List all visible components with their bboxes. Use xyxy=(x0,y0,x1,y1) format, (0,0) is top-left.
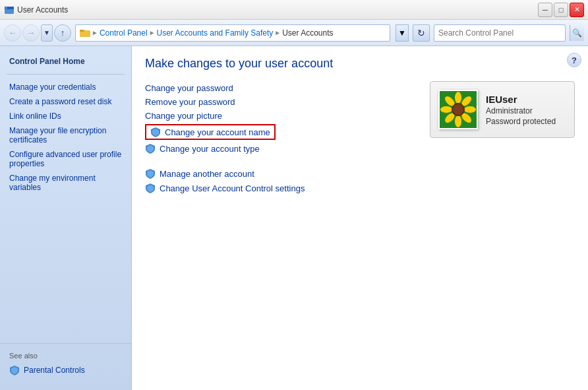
breadcrumb-bar: ► Control Panel ► User Accounts and Fami… xyxy=(75,24,390,42)
user-role: Administrator xyxy=(486,106,556,115)
shield-icon xyxy=(9,365,20,375)
link-manage-another-account[interactable]: Manage another account xyxy=(145,166,417,181)
link-change-picture[interactable]: Change your picture xyxy=(145,109,417,123)
uac-settings-label: Change User Account Control settings xyxy=(160,183,305,193)
shield-icon-account-type xyxy=(145,143,156,154)
page-title: Make changes to your user account xyxy=(145,57,575,71)
breadcrumb-control-panel[interactable]: Control Panel xyxy=(100,28,148,38)
window-title: User Accounts xyxy=(17,5,68,15)
links-section: Change your password Remove your passwor… xyxy=(145,81,417,195)
svg-point-15 xyxy=(453,104,463,115)
user-name: IEUser xyxy=(486,94,556,105)
user-panel: IEUser Administrator Password protected xyxy=(430,81,575,138)
shield-icon-account-name xyxy=(150,127,161,137)
breadcrumb-user-accounts-family[interactable]: User Accounts and Family Safety xyxy=(157,28,274,38)
sidebar-link-encryption[interactable]: Manage your file encryption certificates xyxy=(0,123,131,147)
nav-buttons: ← → ▼ ↑ xyxy=(4,24,71,42)
svg-point-8 xyxy=(464,106,476,113)
link-change-account-name-highlighted[interactable]: Change your account name xyxy=(145,124,276,140)
back-button[interactable]: ← xyxy=(4,24,21,42)
svg-point-6 xyxy=(455,92,461,104)
close-button[interactable]: ✕ xyxy=(570,3,584,17)
history-dropdown-button[interactable]: ▼ xyxy=(41,24,53,42)
svg-point-10 xyxy=(455,115,461,127)
sidebar-link-manage-credentials[interactable]: Manage your credentials xyxy=(0,80,131,94)
avatar-svg xyxy=(440,91,477,128)
svg-rect-4 xyxy=(80,30,84,32)
shield-icon-manage-account xyxy=(145,168,156,179)
refresh-button[interactable]: ↻ xyxy=(413,24,430,42)
minimize-button[interactable]: ─ xyxy=(538,3,552,17)
maximize-button[interactable]: □ xyxy=(554,3,568,17)
search-box xyxy=(434,24,566,42)
breadcrumb-current: User Accounts xyxy=(282,28,333,38)
content-area: ? Make changes to your user account Chan… xyxy=(132,46,588,390)
search-input[interactable] xyxy=(438,28,561,38)
breadcrumb-dropdown-button[interactable]: ▼ xyxy=(396,24,409,42)
see-also-label: See also xyxy=(0,349,131,362)
link-change-password[interactable]: Change your password xyxy=(145,81,417,95)
title-bar-left: User Accounts xyxy=(4,5,68,15)
link-change-account-type[interactable]: Change your account type xyxy=(145,141,417,156)
user-avatar-image xyxy=(440,91,477,128)
address-bar: ← → ▼ ↑ ► Control Panel ► User Accounts … xyxy=(0,20,588,46)
sidebar-link-create-password-disk[interactable]: Create a password reset disk xyxy=(0,94,131,109)
sidebar-divider-1 xyxy=(7,74,125,75)
user-info: IEUser Administrator Password protected xyxy=(486,94,556,126)
manage-another-account-label: Manage another account xyxy=(160,169,254,179)
change-password-label: Change your password xyxy=(145,83,233,93)
change-picture-label: Change your picture xyxy=(145,111,222,121)
change-account-name-label: Change your account name xyxy=(165,127,270,137)
sidebar-link-advanced-user[interactable]: Configure advanced user profile properti… xyxy=(0,147,131,171)
link-uac-settings[interactable]: Change User Account Control settings xyxy=(145,181,417,195)
shield-icon-uac xyxy=(145,183,156,193)
help-button[interactable]: ? xyxy=(567,53,581,67)
content-body: Change your password Remove your passwor… xyxy=(145,81,575,195)
sidebar-home-link[interactable]: Control Panel Home xyxy=(0,53,131,69)
sidebar-link-environment[interactable]: Change my environment variables xyxy=(0,171,131,195)
title-bar: User Accounts ─ □ ✕ xyxy=(0,0,588,20)
svg-point-12 xyxy=(440,106,452,113)
breadcrumb-sep-2: ► xyxy=(149,29,156,36)
parental-controls-label: Parental Controls xyxy=(24,366,85,375)
search-button[interactable]: 🔍 xyxy=(570,25,584,41)
section-gap xyxy=(145,156,417,166)
sidebar-see-also: See also Parental Controls xyxy=(0,343,131,383)
link-remove-password[interactable]: Remove your password xyxy=(145,95,417,109)
breadcrumb-sep-1: ► xyxy=(92,29,98,36)
user-avatar xyxy=(438,90,478,129)
sidebar-parental-controls[interactable]: Parental Controls xyxy=(0,362,131,378)
sidebar-link-online-ids[interactable]: Link online IDs xyxy=(0,109,131,123)
remove-password-label: Remove your password xyxy=(145,97,235,107)
sidebar: Control Panel Home Manage your credentia… xyxy=(0,46,132,390)
forward-button[interactable]: → xyxy=(22,24,40,42)
user-status: Password protected xyxy=(486,117,556,126)
change-account-type-label: Change your account type xyxy=(160,144,260,154)
up-button[interactable]: ↑ xyxy=(54,24,71,42)
title-bar-controls: ─ □ ✕ xyxy=(538,3,584,17)
main-layout: Control Panel Home Manage your credentia… xyxy=(0,46,588,390)
folder-icon xyxy=(80,28,90,38)
window-icon xyxy=(4,5,15,15)
svg-point-2 xyxy=(6,7,7,9)
breadcrumb-sep-3: ► xyxy=(274,29,281,36)
